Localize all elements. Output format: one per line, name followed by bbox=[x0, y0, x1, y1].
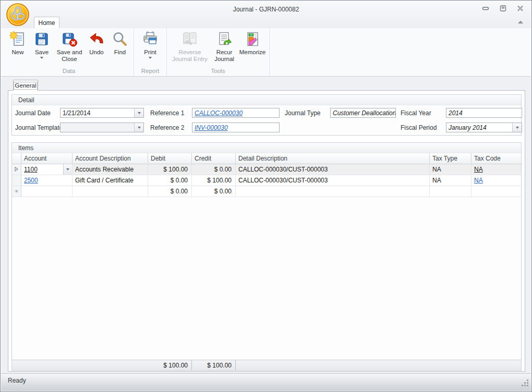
close-button[interactable] bbox=[516, 6, 524, 12]
reference2-label: Reference 2 bbox=[150, 124, 184, 132]
debit-cell[interactable]: $ 100.00 bbox=[148, 164, 192, 175]
reference1-link[interactable]: CALLOC-000030 bbox=[195, 109, 243, 117]
tab-general[interactable]: General bbox=[13, 80, 38, 91]
row-selector-cell[interactable] bbox=[12, 175, 21, 186]
title-bar[interactable]: Journal - GJRN-000082 bbox=[1, 1, 531, 28]
account-cell[interactable]: 2500 bbox=[21, 175, 72, 186]
account-link[interactable]: 2500 bbox=[24, 177, 38, 184]
account-editor[interactable]: 1100 bbox=[21, 164, 72, 175]
button-label: Recur Journal bbox=[213, 49, 236, 63]
save-and-close-icon bbox=[61, 31, 78, 47]
tab-home[interactable]: Home bbox=[34, 17, 59, 28]
account-dropdown-button[interactable] bbox=[63, 164, 72, 175]
debit-cell[interactable]: $ 0.00 bbox=[148, 186, 192, 197]
debit-total: $ 100.00 bbox=[148, 360, 192, 370]
account-cell[interactable] bbox=[21, 186, 72, 197]
print-dropdown-icon[interactable] bbox=[149, 57, 152, 59]
memorize-icon bbox=[244, 31, 261, 47]
account-description-cell[interactable]: Gift Card / Certificate bbox=[72, 175, 148, 186]
column-header-tax-code[interactable]: Tax Code bbox=[471, 153, 522, 164]
credit-cell[interactable]: $ 0.00 bbox=[192, 186, 236, 197]
detail-description-cell[interactable]: CALLOC-000030/CUST-000003 bbox=[236, 164, 430, 175]
column-header-detail-description[interactable]: Detail Description bbox=[236, 153, 430, 164]
ribbon-group-report: Print Report bbox=[134, 28, 167, 76]
find-icon bbox=[112, 31, 128, 47]
items-grid: Account Account Description Debit Credit… bbox=[12, 153, 521, 197]
undo-icon bbox=[88, 31, 105, 47]
memorize-button[interactable]: Memorize bbox=[237, 29, 268, 56]
tax-code-link[interactable]: NA bbox=[474, 166, 483, 173]
fiscal-period-value: January 2014 bbox=[449, 124, 487, 131]
detail-description-cell[interactable] bbox=[236, 186, 430, 197]
fiscal-period-label: Fiscal Period bbox=[401, 124, 437, 132]
column-header-account-description[interactable]: Account Description bbox=[72, 153, 148, 164]
ribbon: New Save bbox=[1, 28, 531, 77]
detail-group-header: Detail bbox=[12, 95, 521, 105]
fiscal-period-dropdown-button[interactable] bbox=[512, 123, 522, 132]
tax-type-cell[interactable]: NA bbox=[430, 164, 471, 175]
app-menu-button[interactable] bbox=[5, 2, 30, 27]
ribbon-group-label-tools: Tools bbox=[168, 67, 268, 76]
reference2-link[interactable]: INV-000030 bbox=[195, 124, 228, 131]
tax-code-cell[interactable]: NA bbox=[471, 164, 522, 175]
recur-journal-button[interactable]: Recur Journal bbox=[211, 29, 237, 63]
save-button[interactable]: Save bbox=[30, 29, 54, 59]
journal-template-combobox[interactable] bbox=[60, 123, 144, 132]
fiscal-year-label: Fiscal Year bbox=[401, 109, 431, 118]
column-header-account[interactable]: Account bbox=[21, 153, 72, 164]
undo-button[interactable]: Undo bbox=[85, 29, 108, 56]
close-icon bbox=[517, 4, 524, 14]
button-label: Print bbox=[144, 49, 156, 56]
tax-code-cell[interactable]: NA bbox=[471, 175, 522, 186]
new-button[interactable]: New bbox=[6, 29, 30, 56]
resize-grip-icon[interactable] bbox=[521, 379, 529, 389]
fiscal-period-combobox[interactable]: January 2014 bbox=[446, 123, 522, 132]
column-header-credit[interactable]: Credit bbox=[192, 153, 236, 164]
save-dropdown-icon[interactable] bbox=[40, 57, 43, 59]
reverse-journal-entry-button: Reverse Journal Entry bbox=[168, 29, 211, 63]
items-grid-header: Account Account Description Debit Credit… bbox=[12, 153, 521, 164]
ribbon-group-data: New Save bbox=[4, 28, 134, 76]
current-row-arrow-icon bbox=[15, 166, 18, 173]
tax-code-cell[interactable] bbox=[471, 186, 522, 197]
column-header-debit[interactable]: Debit bbox=[148, 153, 192, 164]
save-and-close-button[interactable]: Save and Close bbox=[54, 29, 85, 63]
debit-cell[interactable]: $ 0.00 bbox=[148, 175, 192, 186]
restore-button[interactable] bbox=[499, 6, 506, 12]
column-header-tax-type[interactable]: Tax Type bbox=[430, 153, 471, 164]
button-label: Undo bbox=[89, 49, 104, 56]
journal-date-label: Journal Date bbox=[15, 109, 51, 118]
tax-code-link[interactable]: NA bbox=[474, 177, 483, 184]
journal-date-combobox[interactable]: 1/21/2014 bbox=[60, 108, 144, 118]
account-link[interactable]: 1100 bbox=[24, 166, 38, 173]
journal-type-field[interactable]: Customer Deallocation bbox=[330, 108, 396, 118]
journal-template-label: Journal Template bbox=[15, 124, 63, 132]
account-description-cell[interactable]: Accounts Receivable bbox=[72, 164, 148, 175]
credit-cell[interactable]: $ 100.00 bbox=[192, 175, 236, 186]
reference1-field: CALLOC-000030 bbox=[192, 108, 280, 118]
tax-type-cell[interactable] bbox=[430, 186, 471, 197]
totals-row: $ 100.00 $ 100.00 bbox=[12, 360, 521, 370]
journal-template-dropdown-button[interactable] bbox=[134, 123, 143, 132]
tax-type-cell[interactable]: NA bbox=[430, 175, 471, 186]
detail-description-cell[interactable]: CALLOC-000030/CUST-000003 bbox=[236, 175, 430, 186]
row-selector-cell[interactable]: ✳ bbox=[12, 186, 21, 197]
collapse-ribbon-button[interactable] bbox=[517, 18, 524, 24]
button-label: New bbox=[11, 49, 23, 56]
new-item-row: ✳ $ 0.00 $ 0.00 bbox=[12, 186, 521, 197]
row-selector-cell[interactable] bbox=[12, 164, 21, 175]
tab-general-label: General bbox=[14, 82, 38, 90]
journal-date-dropdown-button[interactable] bbox=[134, 108, 143, 117]
minimize-button[interactable] bbox=[482, 6, 489, 12]
restore-icon bbox=[500, 4, 506, 14]
account-cell[interactable]: 1100 bbox=[21, 164, 72, 175]
fiscal-year-field[interactable]: 2014 bbox=[446, 108, 522, 118]
button-label: Find bbox=[114, 49, 126, 56]
account-description-cell[interactable] bbox=[72, 186, 148, 197]
chevron-down-icon bbox=[516, 127, 519, 129]
status-bar: Ready bbox=[1, 373, 531, 391]
credit-cell[interactable]: $ 0.00 bbox=[192, 164, 236, 175]
row-selector-header bbox=[12, 153, 21, 164]
find-button[interactable]: Find bbox=[108, 29, 132, 56]
print-button[interactable]: Print bbox=[136, 29, 165, 59]
